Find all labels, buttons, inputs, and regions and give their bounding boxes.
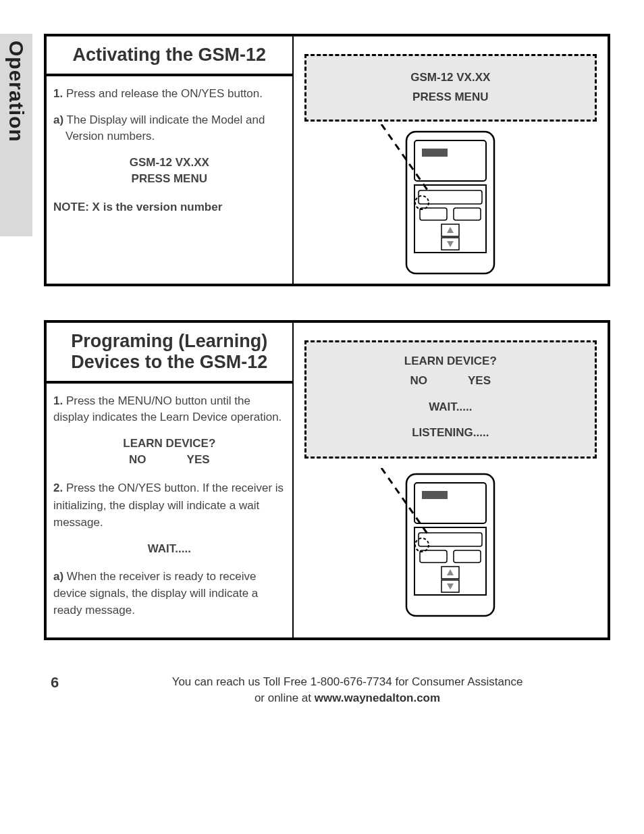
svg-rect-6: [420, 208, 447, 220]
lcd-yes: YES: [187, 453, 210, 466]
title-line2: Devices to the GSM-12: [71, 352, 267, 372]
sub-label: a): [53, 570, 63, 583]
step-text: Press the ON/YES button. If the receiver…: [63, 481, 284, 494]
title-box: Programing (Learning) Devices to the GSM…: [47, 323, 292, 384]
svg-rect-20: [420, 550, 447, 563]
step-1: 1. Press and release the ON/YES button.: [53, 86, 286, 103]
callout-listening: LISTENING.....: [313, 423, 588, 443]
sub-text: When the receiver is ready to receive de…: [53, 570, 258, 616]
lcd-line2: PRESS MENU: [53, 171, 286, 187]
device-illustration: [300, 471, 601, 619]
footer-url: www.waynedalton.com: [315, 692, 440, 704]
callout-line2: PRESS MENU: [313, 88, 588, 107]
footer-line2-pre: or online at: [254, 692, 315, 704]
step-number: 2.: [53, 481, 63, 494]
lcd-line1: GSM-12 VX.XX: [53, 155, 286, 171]
left-column: Programing (Learning) Devices to the GSM…: [47, 323, 294, 638]
step-text-cont: initializing, the display will indicate …: [53, 498, 286, 531]
side-tab: Operation: [0, 34, 32, 236]
side-tab-label: Operation: [5, 41, 28, 142]
sub-label: a): [53, 113, 63, 126]
step-text: Press the MENU/NO button until the displ…: [53, 394, 281, 424]
leader-line: [375, 124, 435, 199]
step-number: 1.: [53, 87, 63, 100]
callout-no-yes: NOYES: [410, 371, 491, 391]
sub-a: a) The Display will indicate the Model a…: [53, 112, 286, 145]
display-callout: GSM-12 VX.XX PRESS MENU: [304, 54, 597, 122]
lcd-line1: LEARN DEVICE?: [53, 436, 286, 452]
section-title: Programing (Learning) Devices to the GSM…: [59, 331, 280, 373]
right-column: LEARN DEVICE? NOYES WAIT..... LISTENING.…: [294, 323, 608, 638]
display-callout: LEARN DEVICE? NOYES WAIT..... LISTENING.…: [304, 340, 597, 459]
lcd-no-yes: NOYES: [129, 452, 210, 468]
lcd-no: NO: [129, 453, 146, 466]
page-footer: 6 You can reach us Toll Free 1-800-676-7…: [44, 674, 610, 706]
sub-a: a) When the receiver is ready to receive…: [53, 569, 286, 619]
callout-line1: LEARN DEVICE?: [313, 352, 588, 371]
callout-yes: YES: [468, 374, 491, 387]
section-activating: Activating the GSM-12 1. Press and relea…: [44, 34, 610, 286]
callout-line1: GSM-12 VX.XX: [313, 68, 588, 88]
left-column: Activating the GSM-12 1. Press and relea…: [47, 36, 294, 284]
svg-rect-7: [454, 208, 481, 220]
footer-text: You can reach us Toll Free 1-800-676-773…: [84, 674, 610, 706]
section-title: Activating the GSM-12: [59, 45, 280, 66]
callout-wait: WAIT.....: [313, 398, 588, 417]
right-column: GSM-12 VX.XX PRESS MENU: [294, 36, 608, 284]
body-text: 1. Press the MENU/NO button until the di…: [47, 384, 292, 638]
footer-line1: You can reach us Toll Free 1-800-676-773…: [172, 675, 523, 688]
sub-text-line2: Version numbers.: [53, 128, 286, 145]
callout-no: NO: [410, 374, 428, 387]
title-line1: Programing (Learning): [71, 331, 267, 351]
page-number: 6: [44, 674, 84, 692]
lcd-text-block: LEARN DEVICE? NOYES: [53, 436, 286, 468]
note: NOTE: X is the version number: [53, 199, 286, 216]
step-text: Press and release the ON/YES button.: [63, 87, 263, 100]
section-programming: Programing (Learning) Devices to the GSM…: [44, 320, 610, 641]
title-box: Activating the GSM-12: [47, 36, 292, 76]
svg-rect-21: [454, 550, 481, 563]
step-1: 1. Press the MENU/NO button until the di…: [53, 393, 286, 426]
device-illustration: [300, 128, 601, 277]
leader-line: [375, 468, 435, 542]
step-2: 2. Press the ON/YES button. If the recei…: [53, 480, 286, 497]
step-number: 1.: [53, 394, 63, 407]
body-text: 1. Press and release the ON/YES button. …: [47, 76, 292, 225]
lcd-wait: WAIT.....: [53, 541, 286, 557]
svg-line-14: [381, 468, 429, 536]
svg-line-0: [381, 124, 429, 192]
lcd-text-block: GSM-12 VX.XX PRESS MENU: [53, 155, 286, 187]
sub-text: The Display will indicate the Model and: [63, 113, 265, 126]
